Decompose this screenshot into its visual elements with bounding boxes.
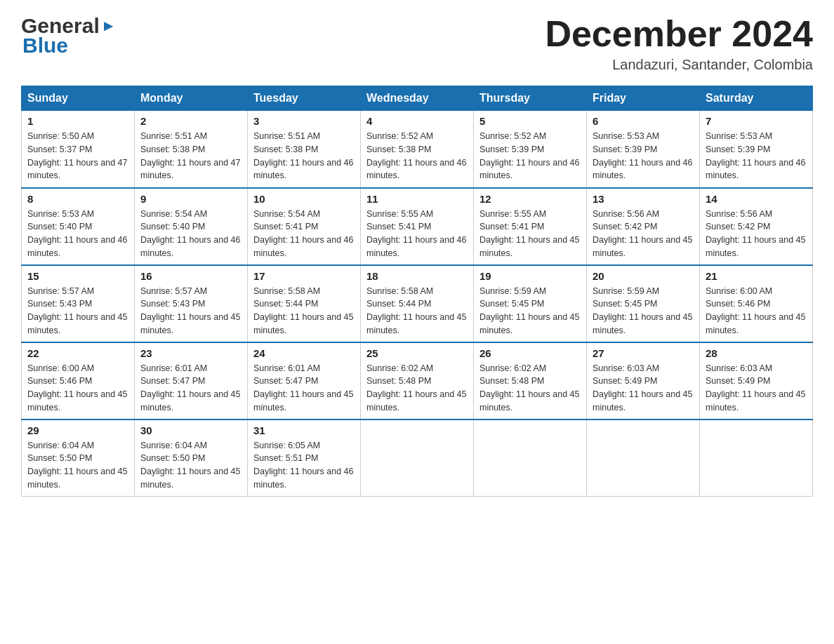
table-row: 24 Sunrise: 6:01 AM Sunset: 5:47 PM Dayl… bbox=[248, 342, 361, 420]
day-number: 11 bbox=[366, 193, 468, 205]
day-number: 13 bbox=[593, 193, 694, 205]
day-info: Sunrise: 5:56 AM Sunset: 5:42 PM Dayligh… bbox=[706, 208, 807, 260]
table-row: 4 Sunrise: 5:52 AM Sunset: 5:38 PM Dayli… bbox=[361, 111, 474, 188]
table-row: 12 Sunrise: 5:55 AM Sunset: 5:41 PM Dayl… bbox=[474, 188, 587, 265]
header-sunday: Sunday bbox=[22, 86, 135, 111]
table-row: 21 Sunrise: 6:00 AM Sunset: 5:46 PM Dayl… bbox=[700, 265, 813, 342]
day-info: Sunrise: 5:59 AM Sunset: 5:45 PM Dayligh… bbox=[479, 285, 581, 337]
day-info: Sunrise: 5:52 AM Sunset: 5:39 PM Dayligh… bbox=[479, 130, 581, 182]
day-number: 12 bbox=[479, 193, 581, 205]
header-thursday: Thursday bbox=[474, 86, 587, 111]
table-row: 13 Sunrise: 5:56 AM Sunset: 5:42 PM Dayl… bbox=[587, 188, 700, 265]
table-row: 30 Sunrise: 6:04 AM Sunset: 5:50 PM Dayl… bbox=[135, 420, 248, 497]
day-info: Sunrise: 6:01 AM Sunset: 5:47 PM Dayligh… bbox=[140, 362, 241, 415]
table-row: 16 Sunrise: 5:57 AM Sunset: 5:43 PM Dayl… bbox=[135, 265, 248, 342]
day-number: 9 bbox=[140, 193, 241, 205]
day-info: Sunrise: 6:01 AM Sunset: 5:47 PM Dayligh… bbox=[253, 362, 355, 415]
day-info: Sunrise: 6:00 AM Sunset: 5:46 PM Dayligh… bbox=[27, 362, 128, 415]
table-row: 19 Sunrise: 5:59 AM Sunset: 5:45 PM Dayl… bbox=[474, 265, 587, 342]
table-row bbox=[700, 420, 813, 497]
table-row: 5 Sunrise: 5:52 AM Sunset: 5:39 PM Dayli… bbox=[474, 111, 587, 188]
day-info: Sunrise: 5:51 AM Sunset: 5:38 PM Dayligh… bbox=[253, 130, 355, 182]
day-number: 14 bbox=[706, 193, 807, 205]
day-number: 4 bbox=[366, 115, 468, 127]
table-row: 20 Sunrise: 5:59 AM Sunset: 5:45 PM Dayl… bbox=[587, 265, 700, 342]
table-row: 3 Sunrise: 5:51 AM Sunset: 5:38 PM Dayli… bbox=[248, 111, 361, 188]
calendar-week-row: 22 Sunrise: 6:00 AM Sunset: 5:46 PM Dayl… bbox=[22, 342, 813, 420]
table-row: 27 Sunrise: 6:03 AM Sunset: 5:49 PM Dayl… bbox=[587, 342, 700, 420]
day-info: Sunrise: 6:05 AM Sunset: 5:51 PM Dayligh… bbox=[253, 439, 355, 492]
day-number: 17 bbox=[253, 270, 355, 282]
day-number: 23 bbox=[140, 347, 241, 359]
day-number: 5 bbox=[479, 115, 581, 127]
logo-blue-text: Blue bbox=[21, 34, 117, 58]
calendar-week-row: 1 Sunrise: 5:50 AM Sunset: 5:37 PM Dayli… bbox=[22, 111, 813, 188]
table-row: 25 Sunrise: 6:02 AM Sunset: 5:48 PM Dayl… bbox=[361, 342, 474, 420]
day-info: Sunrise: 5:55 AM Sunset: 5:41 PM Dayligh… bbox=[479, 208, 581, 260]
header-saturday: Saturday bbox=[700, 86, 813, 111]
table-row: 31 Sunrise: 6:05 AM Sunset: 5:51 PM Dayl… bbox=[248, 420, 361, 497]
calendar-table: Sunday Monday Tuesday Wednesday Thursday… bbox=[21, 86, 813, 497]
day-number: 25 bbox=[366, 347, 468, 359]
header-tuesday: Tuesday bbox=[248, 86, 361, 111]
table-row: 17 Sunrise: 5:58 AM Sunset: 5:44 PM Dayl… bbox=[248, 265, 361, 342]
table-row bbox=[474, 420, 587, 497]
table-row: 15 Sunrise: 5:57 AM Sunset: 5:43 PM Dayl… bbox=[22, 265, 135, 342]
header-wednesday: Wednesday bbox=[361, 86, 474, 111]
day-number: 15 bbox=[27, 270, 128, 282]
day-number: 28 bbox=[706, 347, 807, 359]
day-number: 7 bbox=[706, 115, 807, 127]
day-info: Sunrise: 5:51 AM Sunset: 5:38 PM Dayligh… bbox=[140, 130, 241, 182]
table-row: 1 Sunrise: 5:50 AM Sunset: 5:37 PM Dayli… bbox=[22, 111, 135, 188]
day-info: Sunrise: 6:02 AM Sunset: 5:48 PM Dayligh… bbox=[366, 362, 468, 415]
calendar-week-row: 15 Sunrise: 5:57 AM Sunset: 5:43 PM Dayl… bbox=[22, 265, 813, 342]
day-number: 20 bbox=[593, 270, 694, 282]
table-row: 29 Sunrise: 6:04 AM Sunset: 5:50 PM Dayl… bbox=[22, 420, 135, 497]
table-row: 14 Sunrise: 5:56 AM Sunset: 5:42 PM Dayl… bbox=[700, 188, 813, 265]
day-number: 8 bbox=[27, 193, 128, 205]
day-info: Sunrise: 6:03 AM Sunset: 5:49 PM Dayligh… bbox=[593, 362, 694, 415]
day-number: 30 bbox=[140, 424, 241, 436]
day-info: Sunrise: 5:57 AM Sunset: 5:43 PM Dayligh… bbox=[27, 285, 128, 337]
day-info: Sunrise: 5:52 AM Sunset: 5:38 PM Dayligh… bbox=[366, 130, 468, 182]
logo: General ► Blue bbox=[21, 14, 117, 58]
day-number: 10 bbox=[253, 193, 355, 205]
day-number: 18 bbox=[366, 270, 468, 282]
table-row: 26 Sunrise: 6:02 AM Sunset: 5:48 PM Dayl… bbox=[474, 342, 587, 420]
day-info: Sunrise: 6:04 AM Sunset: 5:50 PM Dayligh… bbox=[140, 439, 241, 492]
table-row: 23 Sunrise: 6:01 AM Sunset: 5:47 PM Dayl… bbox=[135, 342, 248, 420]
month-title: December 2024 bbox=[545, 14, 813, 54]
day-info: Sunrise: 5:58 AM Sunset: 5:44 PM Dayligh… bbox=[253, 285, 355, 337]
day-info: Sunrise: 5:56 AM Sunset: 5:42 PM Dayligh… bbox=[593, 208, 694, 260]
table-row: 9 Sunrise: 5:54 AM Sunset: 5:40 PM Dayli… bbox=[135, 188, 248, 265]
table-row: 6 Sunrise: 5:53 AM Sunset: 5:39 PM Dayli… bbox=[587, 111, 700, 188]
header-friday: Friday bbox=[587, 86, 700, 111]
day-number: 3 bbox=[253, 115, 355, 127]
table-row: 7 Sunrise: 5:53 AM Sunset: 5:39 PM Dayli… bbox=[700, 111, 813, 188]
day-number: 21 bbox=[706, 270, 807, 282]
day-info: Sunrise: 6:00 AM Sunset: 5:46 PM Dayligh… bbox=[706, 285, 807, 337]
location-text: Landazuri, Santander, Colombia bbox=[545, 57, 813, 73]
day-info: Sunrise: 5:55 AM Sunset: 5:41 PM Dayligh… bbox=[366, 208, 468, 260]
title-block: December 2024 Landazuri, Santander, Colo… bbox=[545, 14, 813, 73]
table-row: 11 Sunrise: 5:55 AM Sunset: 5:41 PM Dayl… bbox=[361, 188, 474, 265]
page-header: General ► Blue December 2024 Landazuri, … bbox=[21, 14, 813, 73]
day-number: 16 bbox=[140, 270, 241, 282]
table-row: 10 Sunrise: 5:54 AM Sunset: 5:41 PM Dayl… bbox=[248, 188, 361, 265]
day-number: 2 bbox=[140, 115, 241, 127]
day-info: Sunrise: 5:53 AM Sunset: 5:39 PM Dayligh… bbox=[593, 130, 694, 182]
header-monday: Monday bbox=[135, 86, 248, 111]
day-number: 29 bbox=[27, 424, 128, 436]
day-info: Sunrise: 5:50 AM Sunset: 5:37 PM Dayligh… bbox=[27, 130, 128, 182]
day-info: Sunrise: 6:03 AM Sunset: 5:49 PM Dayligh… bbox=[706, 362, 807, 415]
day-number: 22 bbox=[27, 347, 128, 359]
day-info: Sunrise: 5:59 AM Sunset: 5:45 PM Dayligh… bbox=[593, 285, 694, 337]
day-number: 31 bbox=[253, 424, 355, 436]
logo-arrow-icon: ► bbox=[101, 17, 117, 35]
day-number: 6 bbox=[593, 115, 694, 127]
day-info: Sunrise: 5:53 AM Sunset: 5:40 PM Dayligh… bbox=[27, 208, 128, 260]
calendar-week-row: 29 Sunrise: 6:04 AM Sunset: 5:50 PM Dayl… bbox=[22, 420, 813, 497]
table-row bbox=[361, 420, 474, 497]
table-row: 22 Sunrise: 6:00 AM Sunset: 5:46 PM Dayl… bbox=[22, 342, 135, 420]
table-row bbox=[587, 420, 700, 497]
